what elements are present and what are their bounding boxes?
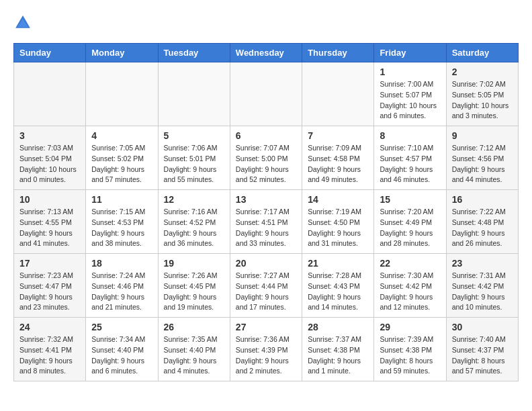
calendar-cell: 11Sunrise: 7:15 AM Sunset: 4:53 PM Dayli… [86, 190, 158, 254]
calendar-cell: 8Sunrise: 7:10 AM Sunset: 4:57 PM Daylig… [374, 126, 446, 190]
calendar-weekday-thursday: Thursday [302, 44, 374, 62]
calendar-cell: 9Sunrise: 7:12 AM Sunset: 4:56 PM Daylig… [446, 126, 518, 190]
day-info: Sunrise: 7:35 AM Sunset: 4:40 PM Dayligh… [164, 334, 224, 377]
calendar-cell: 28Sunrise: 7:37 AM Sunset: 4:38 PM Dayli… [302, 318, 374, 381]
day-info: Sunrise: 7:31 AM Sunset: 4:42 PM Dayligh… [452, 271, 513, 313]
day-number: 24 [19, 322, 80, 332]
day-number: 22 [380, 258, 440, 269]
day-info: Sunrise: 7:30 AM Sunset: 4:42 PM Dayligh… [380, 271, 440, 313]
day-number: 29 [380, 322, 440, 332]
day-number: 8 [380, 130, 440, 141]
day-number: 21 [308, 258, 368, 269]
calendar-cell: 30Sunrise: 7:40 AM Sunset: 4:37 PM Dayli… [446, 318, 518, 381]
calendar-cell: 19Sunrise: 7:26 AM Sunset: 4:45 PM Dayli… [158, 254, 230, 318]
day-number: 14 [308, 194, 368, 205]
day-info: Sunrise: 7:26 AM Sunset: 4:45 PM Dayligh… [164, 271, 224, 313]
calendar-weekday-saturday: Saturday [446, 44, 518, 62]
day-info: Sunrise: 7:09 AM Sunset: 4:58 PM Dayligh… [308, 143, 368, 185]
day-info: Sunrise: 7:15 AM Sunset: 4:53 PM Dayligh… [91, 207, 152, 249]
day-info: Sunrise: 7:28 AM Sunset: 4:43 PM Dayligh… [308, 271, 368, 313]
calendar-week-row: 3Sunrise: 7:03 AM Sunset: 5:04 PM Daylig… [14, 126, 519, 190]
calendar-cell [302, 62, 374, 126]
calendar-cell: 20Sunrise: 7:27 AM Sunset: 4:44 PM Dayli… [230, 254, 302, 318]
calendar-table: SundayMondayTuesdayWednesdayThursdayFrid… [13, 43, 519, 381]
calendar-cell: 1Sunrise: 7:00 AM Sunset: 5:07 PM Daylig… [374, 62, 446, 126]
day-number: 23 [452, 258, 513, 269]
day-number: 11 [91, 194, 152, 205]
calendar-cell: 2Sunrise: 7:02 AM Sunset: 5:05 PM Daylig… [446, 62, 518, 126]
day-number: 3 [19, 130, 80, 141]
calendar-weekday-monday: Monday [86, 44, 158, 62]
calendar-cell: 3Sunrise: 7:03 AM Sunset: 5:04 PM Daylig… [14, 126, 86, 190]
calendar-weekday-friday: Friday [374, 44, 446, 62]
calendar-cell: 10Sunrise: 7:13 AM Sunset: 4:55 PM Dayli… [14, 190, 86, 254]
calendar-header-row: SundayMondayTuesdayWednesdayThursdayFrid… [14, 44, 519, 62]
calendar-weekday-sunday: Sunday [14, 44, 86, 62]
day-info: Sunrise: 7:40 AM Sunset: 4:37 PM Dayligh… [452, 334, 513, 377]
calendar-cell: 23Sunrise: 7:31 AM Sunset: 4:42 PM Dayli… [446, 254, 518, 318]
calendar-cell [230, 62, 302, 126]
day-info: Sunrise: 7:36 AM Sunset: 4:39 PM Dayligh… [236, 334, 296, 377]
calendar-cell: 7Sunrise: 7:09 AM Sunset: 4:58 PM Daylig… [302, 126, 374, 190]
day-number: 7 [308, 130, 368, 141]
day-info: Sunrise: 7:22 AM Sunset: 4:48 PM Dayligh… [452, 207, 513, 249]
day-info: Sunrise: 7:17 AM Sunset: 4:51 PM Dayligh… [236, 207, 296, 249]
calendar-week-row: 1Sunrise: 7:00 AM Sunset: 5:07 PM Daylig… [14, 62, 519, 126]
day-info: Sunrise: 7:02 AM Sunset: 5:05 PM Dayligh… [452, 79, 513, 122]
day-number: 25 [91, 322, 152, 332]
day-info: Sunrise: 7:07 AM Sunset: 5:00 PM Dayligh… [236, 143, 296, 185]
day-info: Sunrise: 7:20 AM Sunset: 4:49 PM Dayligh… [380, 207, 440, 249]
day-number: 6 [236, 130, 296, 141]
day-number: 30 [452, 322, 513, 332]
calendar-cell: 4Sunrise: 7:05 AM Sunset: 5:02 PM Daylig… [86, 126, 158, 190]
day-info: Sunrise: 7:34 AM Sunset: 4:40 PM Dayligh… [91, 334, 152, 377]
day-number: 9 [452, 130, 513, 141]
calendar-cell: 12Sunrise: 7:16 AM Sunset: 4:52 PM Dayli… [158, 190, 230, 254]
calendar-week-row: 10Sunrise: 7:13 AM Sunset: 4:55 PM Dayli… [14, 190, 519, 254]
day-info: Sunrise: 7:27 AM Sunset: 4:44 PM Dayligh… [236, 271, 296, 313]
day-number: 18 [91, 258, 152, 269]
calendar-cell [14, 62, 86, 126]
day-info: Sunrise: 7:06 AM Sunset: 5:01 PM Dayligh… [164, 143, 224, 185]
day-number: 1 [380, 66, 440, 77]
day-number: 26 [164, 322, 224, 332]
calendar-cell: 14Sunrise: 7:19 AM Sunset: 4:50 PM Dayli… [302, 190, 374, 254]
calendar-cell: 16Sunrise: 7:22 AM Sunset: 4:48 PM Dayli… [446, 190, 518, 254]
calendar-cell [158, 62, 230, 126]
calendar-cell: 18Sunrise: 7:24 AM Sunset: 4:46 PM Dayli… [86, 254, 158, 318]
day-number: 15 [380, 194, 440, 205]
calendar-week-row: 24Sunrise: 7:32 AM Sunset: 4:41 PM Dayli… [14, 318, 519, 381]
day-info: Sunrise: 7:00 AM Sunset: 5:07 PM Dayligh… [380, 79, 440, 122]
calendar-cell: 27Sunrise: 7:36 AM Sunset: 4:39 PM Dayli… [230, 318, 302, 381]
calendar-cell: 15Sunrise: 7:20 AM Sunset: 4:49 PM Dayli… [374, 190, 446, 254]
day-info: Sunrise: 7:39 AM Sunset: 4:38 PM Dayligh… [380, 334, 440, 377]
day-info: Sunrise: 7:32 AM Sunset: 4:41 PM Dayligh… [19, 334, 80, 377]
calendar-cell: 13Sunrise: 7:17 AM Sunset: 4:51 PM Dayli… [230, 190, 302, 254]
calendar-cell [86, 62, 158, 126]
day-number: 17 [19, 258, 80, 269]
day-info: Sunrise: 7:03 AM Sunset: 5:04 PM Dayligh… [19, 143, 80, 185]
day-number: 4 [91, 130, 152, 141]
day-number: 12 [164, 194, 224, 205]
calendar-cell: 29Sunrise: 7:39 AM Sunset: 4:38 PM Dayli… [374, 318, 446, 381]
day-info: Sunrise: 7:16 AM Sunset: 4:52 PM Dayligh… [164, 207, 224, 249]
day-info: Sunrise: 7:12 AM Sunset: 4:56 PM Dayligh… [452, 143, 513, 185]
calendar-cell: 25Sunrise: 7:34 AM Sunset: 4:40 PM Dayli… [86, 318, 158, 381]
calendar-cell: 5Sunrise: 7:06 AM Sunset: 5:01 PM Daylig… [158, 126, 230, 190]
calendar-weekday-tuesday: Tuesday [158, 44, 230, 62]
page-header [13, 13, 519, 32]
calendar-weekday-wednesday: Wednesday [230, 44, 302, 62]
logo-icon [13, 13, 32, 32]
calendar-cell: 17Sunrise: 7:23 AM Sunset: 4:47 PM Dayli… [14, 254, 86, 318]
day-number: 20 [236, 258, 296, 269]
calendar-cell: 26Sunrise: 7:35 AM Sunset: 4:40 PM Dayli… [158, 318, 230, 381]
calendar-week-row: 17Sunrise: 7:23 AM Sunset: 4:47 PM Dayli… [14, 254, 519, 318]
calendar-cell: 21Sunrise: 7:28 AM Sunset: 4:43 PM Dayli… [302, 254, 374, 318]
day-number: 10 [19, 194, 80, 205]
day-info: Sunrise: 7:37 AM Sunset: 4:38 PM Dayligh… [308, 334, 368, 377]
day-number: 5 [164, 130, 224, 141]
day-info: Sunrise: 7:23 AM Sunset: 4:47 PM Dayligh… [19, 271, 80, 313]
day-number: 2 [452, 66, 513, 77]
day-info: Sunrise: 7:05 AM Sunset: 5:02 PM Dayligh… [91, 143, 152, 185]
calendar-cell: 22Sunrise: 7:30 AM Sunset: 4:42 PM Dayli… [374, 254, 446, 318]
